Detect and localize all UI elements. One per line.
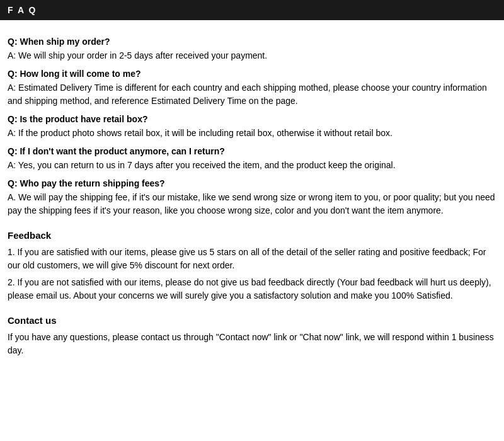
contact-title: Contact us bbox=[8, 315, 496, 326]
answer-1: A: We will ship your order in 2-5 days a… bbox=[8, 49, 496, 62]
answer-2: A: Estimated Delivery Time is different … bbox=[8, 81, 496, 108]
faq-item-2: Q: How long it will come to me? A: Estim… bbox=[8, 69, 496, 108]
faq-item-3: Q: Is the product have retail box? A: If… bbox=[8, 114, 496, 140]
question-4: Q: If I don't want the product anymore, … bbox=[8, 146, 496, 156]
feedback-item-1: 1. If you are satisfied with our items, … bbox=[8, 246, 496, 272]
faq-item-4: Q: If I don't want the product anymore, … bbox=[8, 146, 496, 172]
answer-3: A: If the product photo shows retail box… bbox=[8, 127, 496, 140]
contact-text: If you have any questions, please contac… bbox=[8, 331, 496, 357]
feedback-section: Feedback 1. If you are satisfied with ou… bbox=[8, 230, 496, 302]
question-1: Q: When ship my order? bbox=[8, 37, 496, 47]
question-5: Q: Who pay the return shipping fees? bbox=[8, 178, 496, 188]
faq-header: F A Q bbox=[0, 0, 504, 20]
content-wrapper: Q: When ship my order? A: We will ship y… bbox=[0, 28, 504, 365]
faq-item-5: Q: Who pay the return shipping fees? A. … bbox=[8, 178, 496, 217]
question-2: Q: How long it will come to me? bbox=[8, 69, 496, 79]
faq-item-1: Q: When ship my order? A: We will ship y… bbox=[8, 37, 496, 62]
contact-section: Contact us If you have any questions, pl… bbox=[8, 315, 496, 357]
answer-4: A: Yes, you can return to us in 7 days a… bbox=[8, 159, 496, 172]
answer-5: A. We will pay the shipping fee, if it's… bbox=[8, 191, 496, 217]
faq-section: Q: When ship my order? A: We will ship y… bbox=[8, 37, 496, 217]
feedback-item-2: 2. If you are not satisfied with our ite… bbox=[8, 276, 496, 302]
feedback-title: Feedback bbox=[8, 230, 496, 241]
question-3: Q: Is the product have retail box? bbox=[8, 114, 496, 124]
